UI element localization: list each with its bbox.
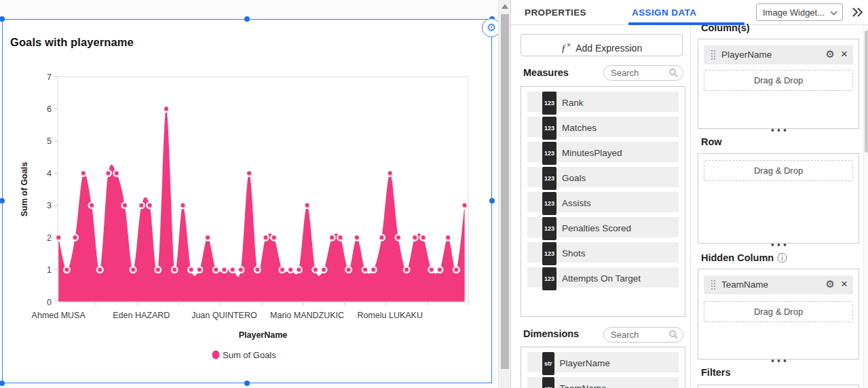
data-point-marker[interactable] bbox=[420, 235, 426, 241]
widget-type-dropdown[interactable]: Image Widget... bbox=[756, 3, 843, 21]
data-point-marker[interactable] bbox=[396, 235, 402, 241]
data-point-marker[interactable] bbox=[387, 170, 393, 176]
data-point-marker[interactable] bbox=[453, 267, 459, 273]
field-chip-teamname[interactable]: TeamName ⚙ × bbox=[704, 275, 853, 294]
data-point-marker[interactable] bbox=[412, 235, 418, 241]
chip-remove-icon[interactable]: × bbox=[841, 277, 848, 291]
data-point-marker[interactable] bbox=[371, 267, 377, 273]
data-point-marker[interactable] bbox=[197, 267, 203, 273]
data-point-marker[interactable] bbox=[337, 235, 343, 241]
measure-item[interactable]: 123Assists bbox=[527, 192, 679, 212]
chip-remove-icon[interactable]: × bbox=[841, 47, 848, 61]
data-point-marker[interactable] bbox=[345, 267, 352, 273]
data-point-marker[interactable] bbox=[138, 202, 145, 208]
data-point-marker[interactable] bbox=[288, 267, 294, 273]
data-point-marker[interactable] bbox=[97, 267, 103, 273]
columns-dragdrop-target[interactable]: Drag & Drop bbox=[704, 70, 853, 91]
panel-scrollbar-thumb[interactable] bbox=[865, 31, 868, 153]
tab-assign-data[interactable]: ASSIGN DATA bbox=[632, 7, 696, 18]
resize-handle-top-mid[interactable] bbox=[244, 16, 250, 22]
scrollbar-up-arrow-icon[interactable] bbox=[502, 4, 508, 9]
measure-item[interactable]: 123Attempts On Target bbox=[527, 267, 679, 288]
dimension-item[interactable]: strPlayerName bbox=[527, 352, 679, 372]
data-point-marker[interactable] bbox=[213, 267, 219, 273]
area-series[interactable] bbox=[58, 109, 464, 302]
data-point-marker[interactable] bbox=[271, 235, 277, 241]
measures-list: 123Rank123Matches123MinutesPlayed123Goal… bbox=[521, 86, 685, 317]
data-point-marker[interactable] bbox=[113, 170, 119, 176]
data-point-marker[interactable] bbox=[229, 267, 235, 273]
data-point-marker[interactable] bbox=[445, 235, 451, 241]
canvas-scrollbar[interactable] bbox=[498, 0, 510, 388]
row-drop-zone[interactable]: Drag & Drop bbox=[698, 153, 859, 244]
data-point-marker[interactable] bbox=[238, 267, 244, 273]
scrollbar-thumb[interactable] bbox=[501, 14, 509, 369]
drag-handle-icon[interactable] bbox=[711, 50, 716, 60]
data-point-marker[interactable] bbox=[147, 202, 153, 208]
measure-item[interactable]: 123Matches bbox=[527, 117, 679, 137]
field-name: Penalties Scored bbox=[562, 223, 631, 233]
data-point-marker[interactable] bbox=[428, 267, 434, 273]
data-point-marker[interactable] bbox=[304, 202, 310, 208]
data-point-marker[interactable] bbox=[312, 267, 318, 273]
data-point-marker[interactable] bbox=[404, 267, 410, 273]
measure-item[interactable]: 123Shots bbox=[527, 242, 679, 263]
resize-handle-bottom-mid[interactable] bbox=[244, 381, 250, 386]
data-point-marker[interactable] bbox=[254, 267, 261, 273]
data-point-marker[interactable] bbox=[354, 235, 360, 241]
data-point-marker[interactable] bbox=[164, 106, 170, 112]
widget-type-value: Image Widget... bbox=[763, 7, 825, 18]
filters-drop-zone[interactable] bbox=[698, 385, 859, 388]
data-point-marker[interactable] bbox=[72, 235, 78, 241]
info-icon[interactable]: ⓘ bbox=[777, 252, 787, 263]
data-point-marker[interactable] bbox=[263, 235, 269, 241]
measure-item[interactable]: 123MinutesPlayed bbox=[527, 142, 679, 162]
hidden-column-drop-zone[interactable]: TeamName ⚙ × Drag & Drop bbox=[698, 269, 859, 360]
field-chip-playername[interactable]: PlayerName ⚙ × bbox=[704, 45, 853, 64]
columns-drop-zone[interactable]: PlayerName ⚙ × Drag & Drop bbox=[698, 39, 859, 129]
data-point-marker[interactable] bbox=[329, 235, 335, 241]
data-point-marker[interactable] bbox=[81, 170, 87, 176]
zone-resize-handle[interactable] bbox=[766, 360, 792, 362]
data-point-marker[interactable] bbox=[379, 235, 385, 241]
drag-handle-icon[interactable] bbox=[711, 279, 716, 290]
measure-item[interactable]: 123Penalties Scored bbox=[527, 217, 679, 237]
data-point-marker[interactable] bbox=[246, 170, 252, 176]
data-point-marker[interactable] bbox=[172, 267, 178, 273]
dimension-item[interactable]: strTeamName bbox=[527, 377, 679, 388]
data-point-marker[interactable] bbox=[56, 235, 62, 241]
row-dragdrop-target[interactable]: Drag & Drop bbox=[704, 160, 853, 181]
zone-resize-handle[interactable] bbox=[766, 129, 792, 132]
data-point-marker[interactable] bbox=[437, 267, 443, 273]
legend-marker[interactable] bbox=[212, 351, 220, 360]
chip-settings-gear-icon[interactable]: ⚙ bbox=[826, 48, 835, 60]
tab-properties[interactable]: PROPERTIES bbox=[525, 7, 586, 18]
zone-resize-handle[interactable] bbox=[766, 244, 792, 246]
panel-scrollbar[interactable] bbox=[863, 25, 868, 388]
data-point-marker[interactable] bbox=[105, 170, 111, 176]
data-point-marker[interactable] bbox=[64, 267, 70, 273]
resize-handle-right-mid[interactable] bbox=[489, 198, 495, 203]
legend-label[interactable]: Sum of Goals bbox=[223, 350, 276, 360]
data-point-marker[interactable] bbox=[461, 202, 468, 208]
data-point-marker[interactable] bbox=[296, 267, 302, 273]
data-point-marker[interactable] bbox=[180, 202, 186, 208]
hidden-column-dragdrop-target[interactable]: Drag & Drop bbox=[704, 301, 853, 322]
data-point-marker[interactable] bbox=[188, 267, 194, 273]
data-point-marker[interactable] bbox=[89, 202, 95, 208]
data-point-marker[interactable] bbox=[280, 267, 286, 273]
data-point-marker[interactable] bbox=[205, 235, 211, 241]
measure-item[interactable]: 123Goals bbox=[527, 167, 679, 187]
chip-settings-gear-icon[interactable]: ⚙ bbox=[826, 278, 835, 290]
y-axis-title: Sum of Goals bbox=[20, 162, 29, 217]
data-point-marker[interactable] bbox=[130, 267, 136, 273]
measure-item[interactable]: 123Rank bbox=[527, 92, 679, 112]
add-expression-button[interactable]: ƒ×Add Expression bbox=[521, 34, 683, 56]
data-point-marker[interactable] bbox=[122, 202, 128, 208]
data-point-marker[interactable] bbox=[155, 267, 161, 273]
collapse-panel-button[interactable] bbox=[850, 5, 864, 22]
design-canvas[interactable]: 01234567Ahmed MUSAEden HAZARDJuan QUINTE… bbox=[0, 0, 498, 388]
data-point-marker[interactable] bbox=[362, 267, 369, 273]
data-point-marker[interactable] bbox=[221, 267, 227, 273]
data-point-marker[interactable] bbox=[321, 267, 327, 273]
